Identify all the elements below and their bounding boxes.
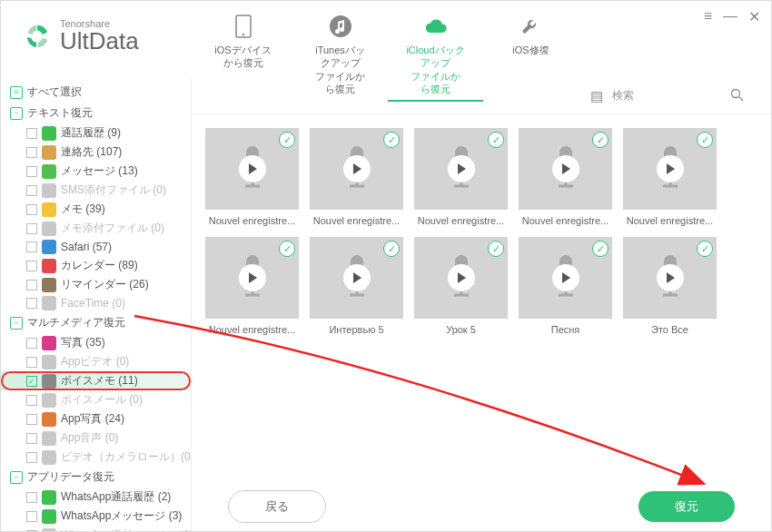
sidebar-item[interactable]: リマインダー (26): [1, 275, 191, 294]
app-icon: [42, 528, 56, 532]
voice-memo-item[interactable]: ✓ Nouvel enregistre...: [519, 128, 612, 226]
play-icon[interactable]: [448, 264, 475, 291]
play-icon[interactable]: [657, 264, 684, 291]
checkbox[interactable]: [26, 204, 37, 215]
checkbox[interactable]: [26, 185, 37, 196]
checkbox[interactable]: [26, 511, 37, 522]
check-icon[interactable]: ✓: [488, 132, 504, 148]
voice-memo-item[interactable]: ✓ Интервью 5: [310, 237, 403, 335]
voice-memo-item[interactable]: ✓ Это Все: [623, 237, 717, 335]
sidebar-item[interactable]: Safari (57): [1, 238, 191, 256]
sidebar-item-label: メモ添付ファイル (0): [61, 221, 164, 236]
memo-label: Песня: [519, 324, 612, 335]
sidebar-item-label: Appビデオ (0): [61, 354, 129, 369]
group-header[interactable]: −マルチメディア復元: [1, 312, 191, 333]
sidebar-item[interactable]: ビデオ（カメラロール）(0): [1, 448, 191, 467]
sidebar-item-label: 連絡先 (107): [61, 144, 122, 160]
checkbox[interactable]: [26, 166, 37, 177]
play-icon[interactable]: [239, 264, 266, 291]
checkbox[interactable]: [26, 241, 37, 252]
search-input[interactable]: 検索: [612, 88, 721, 103]
sidebar-item[interactable]: ボイスメール (0): [1, 390, 191, 409]
check-icon[interactable]: ✓: [697, 132, 713, 148]
voice-memo-item[interactable]: ✓ Nouvel enregistre...: [310, 128, 403, 226]
sidebar-item-label: 写真 (35): [61, 335, 105, 350]
voice-memo-item[interactable]: ✓ Nouvel enregistre...: [414, 128, 508, 226]
phone-icon: [232, 15, 255, 38]
voice-memo-item[interactable]: ✓ Nouvel enregistre...: [205, 237, 299, 335]
check-icon[interactable]: ✓: [592, 132, 609, 148]
restore-button[interactable]: 復元: [638, 491, 735, 522]
play-icon[interactable]: [657, 155, 684, 182]
play-icon[interactable]: [552, 264, 579, 291]
tab-itunes[interactable]: iTunesバックアップ ファイルから復元: [292, 10, 388, 102]
search-icon[interactable]: [730, 88, 744, 104]
close-icon[interactable]: ✕: [748, 8, 760, 25]
sidebar-item-label: 通話履歴 (9): [61, 125, 121, 141]
sidebar-item[interactable]: メモ (39): [1, 200, 191, 219]
svg-point-3: [732, 89, 740, 97]
checkbox[interactable]: [26, 530, 37, 532]
sidebar-item[interactable]: App写真 (24): [1, 409, 191, 429]
voice-memo-item[interactable]: ✓ Урок 5: [414, 237, 508, 335]
check-icon[interactable]: ✓: [383, 241, 400, 257]
checkbox[interactable]: [26, 338, 37, 349]
play-icon[interactable]: [552, 155, 579, 182]
check-icon[interactable]: ✓: [383, 132, 400, 148]
sidebar-item[interactable]: メモ添付ファイル (0): [1, 219, 191, 238]
sidebar-item[interactable]: FaceTime (0): [1, 294, 191, 312]
sidebar-item-label: メモ (39): [61, 202, 105, 217]
checkbox[interactable]: [26, 414, 37, 425]
checkbox[interactable]: [26, 433, 37, 444]
check-icon[interactable]: ✓: [279, 132, 295, 148]
checkbox[interactable]: [26, 223, 37, 234]
checkbox[interactable]: [26, 147, 37, 158]
sidebar-item[interactable]: カレンダー (89): [1, 256, 191, 275]
back-button[interactable]: 戻る: [228, 490, 326, 523]
checkbox[interactable]: [26, 395, 37, 406]
sidebar-item[interactable]: App音声 (0): [1, 429, 191, 448]
sidebar-item[interactable]: 写真 (35): [1, 333, 191, 352]
check-icon[interactable]: ✓: [279, 241, 295, 257]
menu-icon[interactable]: ≡: [704, 8, 712, 25]
minimize-icon[interactable]: —: [723, 8, 737, 25]
play-icon[interactable]: [448, 155, 475, 182]
check-icon[interactable]: ✓: [592, 241, 609, 257]
sidebar-item[interactable]: Appビデオ (0): [1, 352, 191, 371]
play-icon[interactable]: [343, 155, 371, 182]
checkbox[interactable]: [26, 128, 37, 139]
voice-memo-item[interactable]: ✓ Песня: [519, 237, 612, 335]
checkbox[interactable]: [26, 298, 37, 309]
tab-ios-device[interactable]: iOSデバイスから復元: [193, 10, 292, 102]
sidebar-item[interactable]: メッセージ (13): [1, 162, 191, 181]
play-icon[interactable]: [239, 155, 266, 182]
sidebar-item[interactable]: WhatsApp添付ファイル (0): [1, 526, 191, 531]
checkbox[interactable]: [26, 492, 37, 503]
sidebar-item[interactable]: WhatsAppメッセージ (3): [1, 507, 191, 526]
check-icon[interactable]: ✓: [697, 241, 713, 257]
voice-memo-item[interactable]: ✓ Nouvel enregistre...: [205, 128, 299, 226]
sidebar-item[interactable]: 通話履歴 (9): [1, 123, 191, 143]
tab-ios-repair[interactable]: iOS修復: [483, 10, 579, 102]
checkbox[interactable]: [26, 357, 37, 368]
group-header[interactable]: −アプリデータ復元: [1, 467, 191, 488]
voice-memo-item[interactable]: ✓ Nouvel enregistre...: [623, 128, 717, 226]
settings-icon[interactable]: ▤: [590, 88, 603, 104]
sidebar-item-label: ビデオ（カメラロール）(0): [61, 449, 192, 465]
sidebar-item[interactable]: WhatsApp通話履歴 (2): [1, 488, 191, 507]
checkbox[interactable]: [26, 280, 37, 291]
checkbox[interactable]: [26, 452, 37, 463]
tab-icloud[interactable]: iCloudバックアップ ファイルから復元: [388, 10, 483, 102]
play-icon[interactable]: [343, 264, 371, 291]
sidebar-item[interactable]: ✓ ボイスメモ (11): [1, 371, 191, 390]
group-header[interactable]: −テキスト復元: [1, 103, 191, 123]
check-icon[interactable]: ✓: [488, 241, 504, 257]
checkbox[interactable]: ✓: [26, 376, 37, 387]
app-icon: [42, 278, 56, 292]
sidebar-item[interactable]: SMS添付ファイル (0): [1, 181, 191, 200]
sidebar-item-label: Safari (57): [61, 241, 112, 253]
memo-label: Это Все: [623, 324, 717, 335]
checkbox[interactable]: [26, 261, 37, 271]
select-all-row[interactable]: ≡すべて選択: [1, 82, 191, 103]
sidebar-item[interactable]: 連絡先 (107): [1, 143, 191, 162]
